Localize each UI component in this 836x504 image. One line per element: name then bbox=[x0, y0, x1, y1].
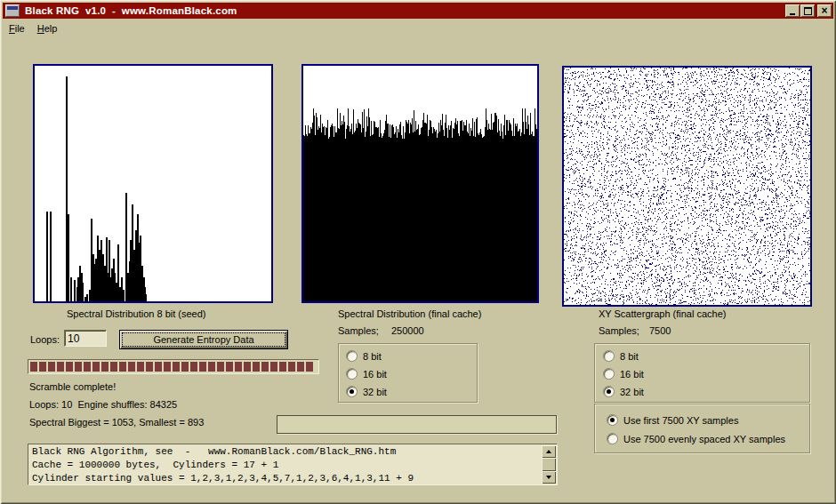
final-spectral-canvas bbox=[303, 66, 537, 301]
progress-segment bbox=[208, 362, 215, 372]
log-scrollbar[interactable] bbox=[542, 445, 556, 484]
radio-label: 8 bit bbox=[363, 351, 382, 362]
menu-file-rest: ile bbox=[15, 23, 25, 34]
progress-segment bbox=[101, 362, 109, 372]
radio-icon-checked bbox=[607, 414, 618, 426]
radio-label: 16 bit bbox=[363, 369, 387, 380]
final-bitdepth-group: 8 bit 16 bit 32 bit bbox=[338, 343, 478, 403]
progress-segment bbox=[190, 362, 197, 372]
progress-segment bbox=[155, 362, 162, 372]
progress-segment bbox=[199, 362, 206, 372]
progress-segment bbox=[173, 362, 180, 372]
close-icon: × bbox=[821, 6, 827, 15]
minimize-button[interactable] bbox=[785, 4, 800, 17]
radio-icon bbox=[607, 433, 618, 444]
window-title: Black RNG v1.0 - www.RomanBlack.com bbox=[25, 5, 237, 16]
progress-segment bbox=[235, 362, 242, 372]
scatter-samples-label: Samples; bbox=[599, 325, 639, 336]
progress-segment bbox=[110, 362, 117, 372]
scatter-radio-32bit[interactable]: 32 bit bbox=[603, 386, 644, 397]
progress-segment bbox=[297, 362, 304, 372]
scroll-down-button[interactable] bbox=[542, 471, 556, 484]
radio-icon-checked bbox=[603, 386, 615, 397]
app-icon[interactable] bbox=[5, 4, 20, 17]
radio-label: Use first 7500 XY samples bbox=[623, 415, 738, 426]
progress-segment bbox=[75, 362, 82, 372]
final-radio-8bit[interactable]: 8 bit bbox=[346, 350, 382, 362]
arrow-up-icon bbox=[546, 450, 551, 453]
progress-segment bbox=[128, 362, 135, 372]
progress-segment bbox=[119, 362, 126, 372]
menu-help-key: H bbox=[37, 23, 44, 34]
progress-segment bbox=[253, 362, 260, 372]
progress-segment bbox=[84, 362, 91, 372]
progress-segment bbox=[57, 362, 64, 372]
xy-scattergraph-chart bbox=[562, 66, 812, 307]
menu-item-help[interactable]: Help bbox=[31, 21, 64, 36]
final-radio-32bit[interactable]: 32 bit bbox=[346, 386, 387, 397]
progress-segment bbox=[137, 362, 144, 372]
progress-segment bbox=[217, 362, 224, 372]
progress-segment bbox=[30, 362, 37, 372]
seed-chart-caption: Spectral Distribution 8 bit (seed) bbox=[67, 308, 206, 319]
progress-segment bbox=[270, 362, 277, 372]
seed-spectral-canvas bbox=[35, 66, 271, 301]
maximize-icon bbox=[804, 7, 812, 15]
progress-segment bbox=[306, 362, 313, 372]
menu-file-key: F bbox=[9, 23, 15, 34]
final-samples-label: Samples; bbox=[338, 325, 379, 336]
radio-label: 16 bit bbox=[620, 369, 644, 380]
radio-label: Use 7500 evenly spaced XY samples bbox=[623, 434, 785, 444]
generate-entropy-button[interactable]: Generate Entropy Data bbox=[119, 330, 288, 349]
seed-spectral-chart bbox=[33, 64, 273, 303]
minimize-icon bbox=[790, 13, 795, 15]
loops-label: Loops: bbox=[30, 334, 60, 345]
log-line: Cylinder starting values = 1,2,3,1,2,3,4… bbox=[32, 472, 541, 484]
scatter-radio-8bit[interactable]: 8 bit bbox=[603, 350, 639, 362]
menu-item-file[interactable]: File bbox=[3, 21, 31, 36]
progress-segment bbox=[288, 362, 295, 372]
maximize-button[interactable] bbox=[800, 4, 815, 17]
progress-bar bbox=[28, 359, 319, 374]
log-text: Black RNG Algorithm, see - www.RomanBlac… bbox=[32, 445, 541, 484]
radio-icon bbox=[346, 368, 358, 380]
menu-help-rest: elp bbox=[44, 23, 58, 34]
scatter-radio-16bit[interactable]: 16 bit bbox=[603, 368, 644, 380]
scatter-samples-value: 7500 bbox=[649, 325, 671, 336]
radio-icon bbox=[346, 350, 358, 362]
progress-segment bbox=[164, 362, 171, 372]
log-line: Cache = 1000000 bytes, Cylinders = 17 + … bbox=[32, 459, 541, 472]
final-radio-16bit[interactable]: 16 bit bbox=[346, 368, 387, 380]
titlebar-buttons: × bbox=[784, 4, 832, 17]
scrollbar-thumb[interactable] bbox=[542, 458, 556, 471]
arrow-down-icon bbox=[546, 476, 551, 479]
progress-segment bbox=[48, 362, 55, 372]
close-button[interactable]: × bbox=[817, 4, 832, 17]
xy-radio-evenly-spaced[interactable]: Use 7500 evenly spaced XY samples bbox=[607, 433, 785, 444]
loops-input[interactable] bbox=[64, 330, 107, 347]
titlebar[interactable]: Black RNG v1.0 - www.RomanBlack.com × bbox=[3, 3, 833, 19]
radio-icon bbox=[603, 368, 615, 380]
progress-segment bbox=[181, 362, 189, 372]
status-scramble: Scramble complete! bbox=[29, 381, 116, 392]
app-window: Black RNG v1.0 - www.RomanBlack.com × Fi… bbox=[0, 0, 836, 504]
xy-radio-first-7500[interactable]: Use first 7500 XY samples bbox=[607, 414, 738, 426]
menubar: File Help bbox=[3, 20, 833, 37]
scatter-bitdepth-group: 8 bit 16 bit 32 bit bbox=[594, 343, 810, 403]
progress-segment bbox=[92, 362, 100, 372]
scroll-up-button[interactable] bbox=[542, 445, 556, 458]
log-line: Black RNG Algorithm, see - www.RomanBlac… bbox=[32, 445, 541, 459]
radio-label: 32 bit bbox=[620, 387, 644, 397]
final-samples-value: 250000 bbox=[391, 325, 424, 336]
progress-segment bbox=[146, 362, 153, 372]
final-chart-caption: Spectral Distribution (final cache) bbox=[338, 308, 481, 319]
radio-label: 32 bit bbox=[363, 387, 387, 397]
scatter-chart-caption: XY Scattergraph (final cache) bbox=[599, 308, 726, 319]
progress-segment bbox=[244, 362, 251, 372]
log-textarea[interactable]: Black RNG Algorithm, see - www.RomanBlac… bbox=[28, 444, 558, 485]
xy-scattergraph-canvas bbox=[564, 68, 810, 305]
progress-segment bbox=[279, 362, 286, 372]
progress-segment bbox=[39, 362, 46, 372]
status-spectral-range: Spectral Biggest = 1053, Smallest = 893 bbox=[29, 417, 204, 428]
progress-segment bbox=[261, 362, 269, 372]
